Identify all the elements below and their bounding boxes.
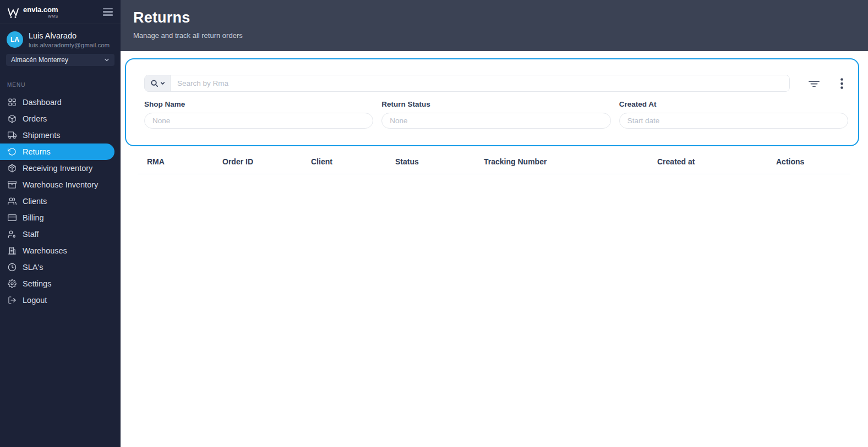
- table-header-row: RMA Order ID Client Status Tracking Numb…: [138, 150, 850, 174]
- user-gear-icon: [7, 229, 17, 239]
- column-header-tracking-number: Tracking Number: [484, 150, 657, 174]
- sidebar-nav: Dashboard Orders Shipments Returns Recei…: [0, 94, 121, 308]
- user-info: Luis Alvarado luis.alvaradomty@gmail.com: [29, 31, 110, 48]
- page-header: Returns Manage and track all return orde…: [121, 0, 868, 51]
- sidebar-item-label: Logout: [23, 296, 47, 305]
- warehouse-selector-value: Almacén Monterrey: [11, 56, 68, 64]
- avatar: LA: [7, 31, 23, 48]
- column-header-created-at: Created at: [657, 150, 776, 174]
- brand-logo: envia.com WMS: [7, 6, 58, 18]
- more-options-button[interactable]: [837, 77, 846, 90]
- sidebar-item-label: Warehouse Inventory: [23, 180, 98, 189]
- column-header-client: Client: [311, 150, 395, 174]
- app-window: envia.com WMS LA Luis Alvarado luis.alva…: [0, 0, 868, 447]
- sidebar-item-label: SLA's: [23, 263, 43, 272]
- sidebar-item-orders[interactable]: Orders: [0, 111, 121, 127]
- dashboard-icon: [7, 97, 17, 107]
- sidebar-item-clients[interactable]: Clients: [0, 193, 121, 209]
- sidebar-item-returns[interactable]: Returns: [0, 144, 114, 160]
- sidebar-item-label: Receiving Inventory: [23, 164, 92, 173]
- archive-icon: [7, 180, 17, 189]
- logout-icon: [7, 295, 17, 305]
- sidebar-item-warehouses[interactable]: Warehouses: [0, 242, 121, 259]
- sidebar-item-warehouse-inventory[interactable]: Warehouse Inventory: [0, 176, 121, 193]
- sidebar-item-billing[interactable]: Billing: [0, 209, 121, 226]
- brand-text: envia.com WMS: [23, 6, 58, 18]
- sidebar-item-receiving-inventory[interactable]: Receiving Inventory: [0, 160, 121, 176]
- sidebar-item-dashboard[interactable]: Dashboard: [0, 94, 121, 111]
- search-row: [144, 75, 848, 92]
- sidebar-item-label: Orders: [23, 114, 47, 123]
- search-type-selector[interactable]: [145, 75, 171, 91]
- filter-field-label: Created At: [619, 100, 848, 108]
- search-bar: [144, 75, 790, 92]
- warehouse-selector[interactable]: Almacén Monterrey: [6, 54, 114, 66]
- filter-button[interactable]: [807, 77, 821, 90]
- column-header-status: Status: [395, 150, 484, 174]
- user-profile: LA Luis Alvarado luis.alvaradomty@gmail.…: [0, 24, 121, 48]
- kebab-menu-icon: [840, 78, 843, 89]
- users-icon: [7, 196, 17, 206]
- brand-name: envia.com: [23, 6, 58, 13]
- sidebar-item-shipments[interactable]: Shipments: [0, 127, 121, 144]
- return-arrow-icon: [7, 147, 17, 156]
- sidebar-item-label: Billing: [23, 213, 44, 222]
- filter-field-label: Shop Name: [144, 100, 373, 108]
- user-name: Luis Alvarado: [29, 31, 110, 41]
- building-icon: [7, 246, 17, 255]
- sidebar-item-staff[interactable]: Staff: [0, 226, 121, 242]
- filter-panel: Shop Name Return Status Created At: [125, 58, 859, 146]
- column-header-order-id: Order ID: [222, 150, 311, 174]
- returns-table: RMA Order ID Client Status Tracking Numb…: [138, 150, 850, 174]
- search-input[interactable]: [171, 75, 789, 91]
- sidebar-item-settings[interactable]: Settings: [0, 275, 121, 292]
- filter-icon: [809, 79, 820, 88]
- return-status-input[interactable]: [381, 113, 610, 129]
- created-at-input[interactable]: [619, 113, 848, 129]
- filter-field-created-at: Created At: [619, 100, 848, 129]
- sidebar-item-label: Dashboard: [23, 98, 62, 107]
- column-header-actions: Actions: [776, 150, 850, 174]
- sidebar-item-slas[interactable]: SLA's: [0, 259, 121, 275]
- envia-w-logo-icon: [7, 7, 20, 18]
- page-title: Returns: [133, 9, 868, 26]
- filter-fields-row: Shop Name Return Status Created At: [144, 100, 848, 129]
- clock-icon: [7, 262, 17, 272]
- main-content: Returns Manage and track all return orde…: [121, 0, 868, 447]
- sidebar-item-label: Shipments: [23, 131, 61, 140]
- sidebar-item-label: Warehouses: [23, 246, 67, 255]
- sidebar: envia.com WMS LA Luis Alvarado luis.alva…: [0, 0, 121, 447]
- chevron-down-icon: [160, 81, 165, 86]
- shop-name-input[interactable]: [144, 113, 373, 129]
- truck-icon: [7, 130, 17, 140]
- brand-product: WMS: [48, 14, 58, 18]
- chevron-down-icon: [104, 57, 110, 63]
- gear-icon: [7, 279, 17, 288]
- logo-row: envia.com WMS: [0, 0, 121, 24]
- filter-field-return-status: Return Status: [381, 100, 610, 129]
- menu-section-label: MENU: [7, 82, 121, 88]
- hamburger-menu-icon[interactable]: [103, 8, 113, 16]
- receiving-box-icon: [7, 163, 17, 173]
- filter-field-label: Return Status: [381, 100, 610, 108]
- user-email: luis.alvaradomty@gmail.com: [29, 42, 110, 48]
- column-header-rma: RMA: [138, 150, 222, 174]
- filter-field-shop-name: Shop Name: [144, 100, 373, 129]
- sidebar-item-logout[interactable]: Logout: [0, 292, 121, 308]
- credit-card-icon: [7, 213, 17, 222]
- sidebar-item-label: Returns: [23, 147, 51, 156]
- search-icon: [150, 79, 159, 87]
- sidebar-item-label: Staff: [23, 230, 39, 239]
- package-icon: [7, 114, 17, 123]
- sidebar-item-label: Settings: [23, 279, 51, 288]
- page-subtitle: Manage and track all return orders: [133, 31, 868, 40]
- sidebar-item-label: Clients: [23, 197, 47, 206]
